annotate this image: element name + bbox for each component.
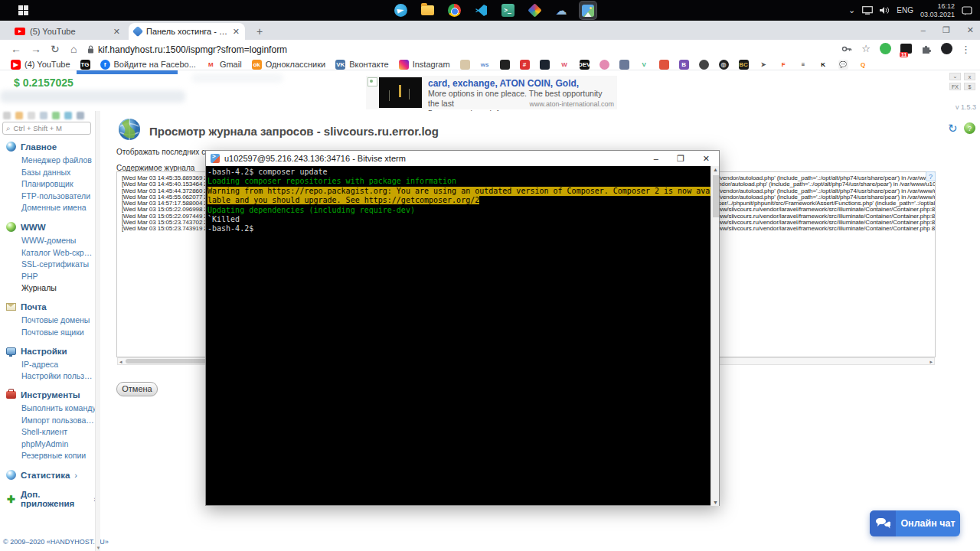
bookmark-item[interactable] bbox=[619, 60, 629, 70]
sidebar-item[interactable]: Настройки пользоват... bbox=[6, 371, 96, 380]
terminal-text[interactable]: -bash-4.2$ composer updateLoading compos… bbox=[206, 166, 711, 506]
bookmark-item[interactable]: B bbox=[679, 60, 689, 70]
toolbar-icon[interactable] bbox=[3, 112, 11, 119]
sidebar-item[interactable]: FTP-пользователи bbox=[6, 191, 96, 201]
field-help-icon[interactable]: ? bbox=[926, 171, 936, 181]
scroll-right-icon[interactable]: ▸ bbox=[929, 358, 933, 365]
bookmark-item[interactable]: ◎ bbox=[719, 60, 729, 70]
sidebar-item[interactable]: Почтовые ящики bbox=[6, 328, 96, 337]
help-icon[interactable]: ? bbox=[964, 122, 975, 134]
bookmark-item[interactable]: K bbox=[818, 60, 828, 70]
sidebar-item[interactable]: Выполнить команду bbox=[6, 403, 96, 412]
cancel-button[interactable]: Отмена bbox=[116, 382, 158, 396]
language-indicator[interactable]: ENG bbox=[897, 6, 913, 15]
sidebar-search[interactable]: ⌕ Ctrl + Shift + M bbox=[2, 122, 91, 135]
bookmark-item[interactable]: ≡ bbox=[799, 60, 808, 70]
home-button[interactable]: ⌂ bbox=[70, 42, 77, 56]
sidebar-header-apps[interactable]: ✚Доп. приложения› bbox=[6, 490, 96, 508]
bookmark-item[interactable]: ws bbox=[480, 60, 490, 70]
scroll-down-icon[interactable]: ▼ bbox=[96, 546, 101, 550]
dark-extension-icon[interactable] bbox=[941, 43, 952, 54]
start-button-icon[interactable] bbox=[18, 5, 28, 15]
sidebar-header-stats[interactable]: Статистика› bbox=[6, 470, 96, 480]
file-explorer-icon[interactable] bbox=[419, 2, 436, 19]
photos-app-icon-active[interactable] bbox=[580, 2, 596, 19]
back-button[interactable]: ← bbox=[11, 42, 21, 56]
maximize-button[interactable]: ❐ bbox=[942, 25, 950, 35]
bookmark-item[interactable]: F bbox=[779, 60, 789, 70]
adguard-extension-icon[interactable] bbox=[880, 43, 891, 54]
extensions-puzzle-icon[interactable] bbox=[921, 44, 932, 54]
sidebar-item[interactable]: Базы данных bbox=[6, 168, 96, 177]
tab-close-icon[interactable]: ✕ bbox=[113, 27, 120, 37]
telegram-icon[interactable] bbox=[392, 2, 409, 19]
bookmark-item[interactable]: okОдноклассники bbox=[252, 60, 326, 70]
bookmark-item[interactable]: BC bbox=[739, 60, 749, 70]
sidebar-item[interactable]: Журналы bbox=[6, 283, 96, 292]
sidebar-item[interactable]: Менеджер файлов bbox=[6, 155, 96, 165]
toolbar-icon[interactable] bbox=[28, 112, 35, 119]
toolbar-icon[interactable] bbox=[64, 112, 72, 119]
bookmark-item[interactable]: MGmail bbox=[206, 60, 242, 70]
bookmark-item[interactable] bbox=[500, 60, 510, 70]
password-key-icon[interactable] bbox=[841, 44, 852, 54]
terminal-title-bar[interactable]: u102597@95.216.243.136:34716 - Bitvise x… bbox=[206, 151, 719, 166]
bookmark-item[interactable]: VKВконтакте bbox=[335, 60, 388, 70]
ad-banner[interactable]: card, exchange, ATON COIN, Gold, More op… bbox=[366, 76, 617, 109]
bookmark-item[interactable]: fВойдите на Facebo... bbox=[100, 60, 196, 70]
browser-menu-icon[interactable]: ⋮ bbox=[961, 44, 971, 55]
bookmark-item[interactable]: ➤ bbox=[759, 60, 769, 70]
bookmark-item[interactable]: Q bbox=[858, 60, 868, 70]
vscode-icon[interactable] bbox=[472, 2, 489, 19]
sidebar-scrollbar[interactable]: ▼ bbox=[95, 111, 100, 551]
speaker-icon[interactable] bbox=[880, 6, 890, 15]
close-button[interactable]: ✕ bbox=[967, 25, 974, 35]
new-tab-button[interactable]: + bbox=[253, 24, 266, 38]
terminal-minimize-button[interactable]: – bbox=[654, 154, 658, 163]
ticker-collapse-button[interactable]: ⌄ bbox=[949, 73, 961, 80]
sidebar-header-tools[interactable]: Инструменты bbox=[6, 390, 96, 399]
sidebar-header-www[interactable]: WWW bbox=[6, 222, 96, 232]
tab-close-icon[interactable]: ✕ bbox=[233, 27, 240, 37]
bookmark-item[interactable]: TG bbox=[80, 60, 90, 70]
sidebar-item[interactable]: IP-адреса bbox=[6, 360, 96, 369]
online-chat-button[interactable]: Онлайн чат bbox=[870, 510, 960, 536]
sidebar-item[interactable]: PHP bbox=[6, 272, 96, 281]
bookmark-item[interactable]: ▶(4) YouTube bbox=[11, 60, 70, 70]
scroll-down-icon[interactable]: ▼ bbox=[711, 500, 720, 505]
sidebar-item[interactable]: Shell-клиент bbox=[6, 427, 96, 436]
bookmark-item[interactable]: 💬 bbox=[838, 60, 848, 70]
sidebar-item[interactable]: Резервные копии bbox=[6, 451, 96, 460]
refresh-icon[interactable]: ↻ bbox=[948, 122, 958, 135]
bookmark-star-icon[interactable]: ☆ bbox=[861, 43, 871, 54]
toolbar-icon[interactable] bbox=[52, 112, 60, 119]
diamond-app-icon[interactable] bbox=[526, 2, 543, 19]
sidebar-item[interactable]: Импорт пользователя bbox=[6, 416, 96, 425]
clock[interactable]: 16:12 03.03.2021 bbox=[920, 2, 955, 18]
sidebar-header-mail[interactable]: Почта bbox=[6, 302, 96, 311]
network-icon[interactable] bbox=[862, 6, 873, 15]
bitvise-xterm-window[interactable]: u102597@95.216.243.136:34716 - Bitvise x… bbox=[205, 150, 720, 506]
sidebar-header-main[interactable]: Главное bbox=[6, 142, 96, 152]
terminal-maximize-button[interactable]: ❐ bbox=[677, 154, 684, 164]
terminal-scrollbar-thumb[interactable] bbox=[713, 175, 719, 217]
sidebar-item[interactable]: Каталог Web-скриптов bbox=[6, 248, 96, 257]
terminal-app-icon[interactable]: >_ bbox=[499, 2, 516, 19]
terminal-close-button[interactable]: ✕ bbox=[703, 154, 710, 164]
bookmark-item[interactable]: V bbox=[639, 60, 649, 70]
minimize-button[interactable]: – bbox=[921, 25, 926, 34]
ticker-fx-button[interactable]: FX bbox=[949, 83, 961, 90]
ad-title-link[interactable]: card, exchange, ATON COIN, Gold, bbox=[428, 78, 614, 89]
toolbar-icon[interactable] bbox=[40, 112, 47, 119]
toolbar-icon[interactable] bbox=[15, 112, 23, 119]
url-input[interactable]: kif.handyhost.ru:1500/ispmgr?sfrom=login… bbox=[98, 44, 287, 55]
bookmark-item[interactable]: Instagram bbox=[399, 60, 450, 70]
tab-hosting-panel[interactable]: Панель хостинга - handyhost.ru ✕ bbox=[129, 23, 245, 40]
tab-youtube[interactable]: (5) YouTube ✕ bbox=[9, 23, 126, 40]
lock-icon[interactable] bbox=[87, 45, 94, 54]
ticker-usd-button[interactable]: $ bbox=[964, 83, 975, 90]
sidebar-item[interactable]: Доменные имена bbox=[6, 203, 96, 212]
bookmark-item[interactable]: DEV bbox=[580, 60, 590, 70]
sidebar-item[interactable]: SSL-сертификаты bbox=[6, 259, 96, 269]
bookmark-item[interactable] bbox=[699, 60, 709, 70]
